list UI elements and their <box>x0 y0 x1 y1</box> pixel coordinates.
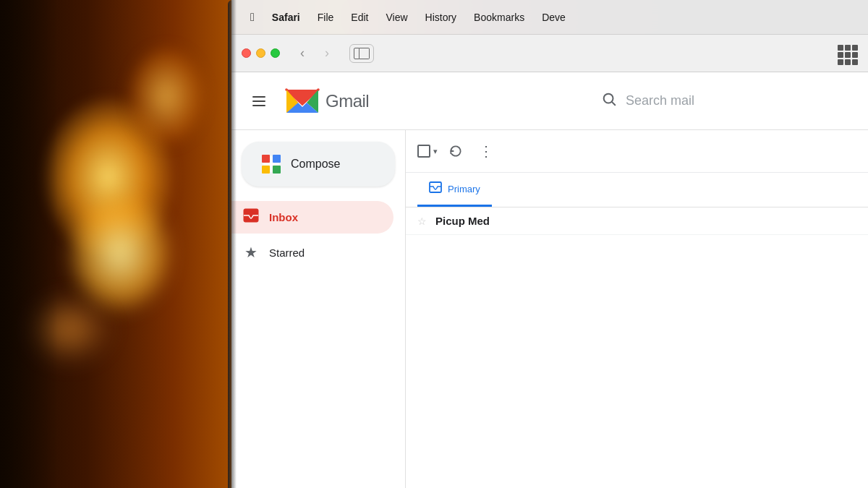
forward-button[interactable]: › <box>316 43 338 64</box>
compose-plus-icon <box>262 155 281 174</box>
checkbox-icon <box>417 145 430 158</box>
email-list: ☆ Picup Med <box>406 207 868 488</box>
inbox-icon <box>243 208 259 226</box>
email-toolbar: ▾ ⋮ <box>406 130 868 173</box>
compose-button[interactable]: Compose <box>242 142 395 187</box>
screen-bezel-edge <box>228 0 237 488</box>
close-button[interactable] <box>242 48 251 58</box>
sender-name: Picup Med <box>435 215 490 227</box>
traffic-lights <box>242 48 280 58</box>
primary-tab-icon <box>429 181 442 196</box>
safari-menu[interactable]: Safari <box>265 9 307 26</box>
primary-tab-label: Primary <box>448 184 480 194</box>
browser-toolbar: ‹ › <box>231 35 868 72</box>
history-menu[interactable]: History <box>418 9 464 26</box>
refresh-icon <box>448 144 463 158</box>
maximize-button[interactable] <box>271 48 280 58</box>
nav-buttons: ‹ › <box>292 43 338 64</box>
sidebar-panel-icon <box>354 48 359 59</box>
starred-icon: ★ <box>243 244 259 261</box>
apple-menu[interactable]:  <box>243 8 262 27</box>
back-button[interactable]: ‹ <box>292 43 313 64</box>
more-options-button[interactable]: ⋮ <box>474 139 498 163</box>
inbox-label: Inbox <box>269 211 298 223</box>
file-menu[interactable]: File <box>310 9 341 26</box>
sidebar-item-inbox[interactable]: Inbox <box>231 201 393 234</box>
starred-label: Starred <box>269 247 305 259</box>
dropdown-arrow-icon: ▾ <box>433 147 438 156</box>
email-tabs: Primary <box>406 173 868 207</box>
gmail-m-icon <box>284 87 321 116</box>
main-panel-icon <box>359 48 370 59</box>
gmail-wordmark: Gmail <box>326 91 369 111</box>
refresh-button[interactable] <box>443 139 468 163</box>
tab-primary[interactable]: Primary <box>417 173 492 207</box>
more-dots-icon: ⋮ <box>479 144 494 158</box>
gmail-logo: Gmail <box>284 87 369 116</box>
edit-menu[interactable]: Edit <box>344 9 375 26</box>
develop-menu[interactable]: Deve <box>535 9 573 26</box>
sidebar-item-starred[interactable]: ★ Starred <box>231 236 393 268</box>
star-icon[interactable]: ☆ <box>417 215 427 227</box>
compose-label: Compose <box>291 158 340 171</box>
gmail-body: Compose Inbox ★ Starred <box>231 130 868 488</box>
gmail-sidebar: Compose Inbox ★ Starred <box>231 130 405 488</box>
search-icon <box>601 91 617 111</box>
search-placeholder-text: Search mail <box>626 93 694 108</box>
select-all-checkbox[interactable]: ▾ <box>417 145 438 158</box>
view-menu[interactable]: View <box>378 9 414 26</box>
gmail-page: Gmail Search mail <box>231 72 868 488</box>
minimize-button[interactable] <box>256 48 265 58</box>
gmail-main-panel: ▾ ⋮ <box>405 130 868 488</box>
extensions-button[interactable] <box>835 42 858 65</box>
gmail-header: Gmail Search mail <box>231 72 868 130</box>
search-bar[interactable]: Search mail <box>598 91 697 111</box>
svg-rect-8 <box>430 182 441 192</box>
sidebar-toggle-button[interactable] <box>349 44 374 63</box>
svg-line-6 <box>612 102 615 105</box>
bookmarks-menu[interactable]: Bookmarks <box>467 9 532 26</box>
hamburger-menu-button[interactable] <box>246 88 272 114</box>
table-row[interactable]: ☆ Picup Med <box>406 207 868 235</box>
macos-menubar:  Safari File Edit View History Bookmark… <box>231 0 868 35</box>
